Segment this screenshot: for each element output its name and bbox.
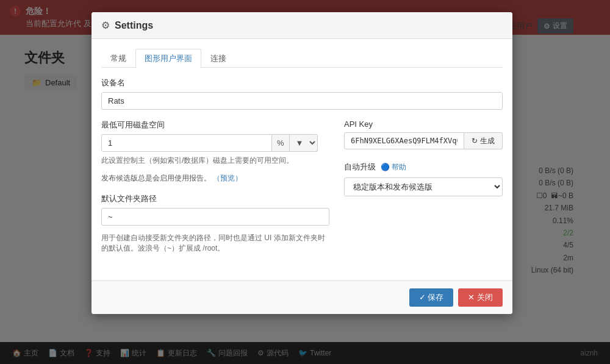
device-name-label: 设备名 [101,77,503,88]
min-disk-input[interactable] [101,134,272,152]
api-key-group: ↻ 生成 [344,132,503,149]
refresh-icon: ↻ [472,137,478,145]
device-name-input[interactable] [101,92,503,110]
modal-gear-icon: ⚙ [101,20,110,31]
modal-header: ⚙ Settings [92,12,512,39]
help-link[interactable]: 🔵 帮助 [381,162,406,173]
preview-link[interactable]: （预览） [213,174,242,182]
settings-tabs: 常规 图形用户界面 连接 [101,49,503,68]
upgrade-select[interactable]: 稳定版本和发布候选版 [344,177,503,196]
min-disk-desc: 此设置控制主（例如索引/数据库）磁盘上需要的可用空间。 [101,155,329,166]
left-col: 最低可用磁盘空间 % ▼ 此设置控制主（例如索引/数据库）磁盘上需要的可用空间。… [101,120,329,261]
default-folder-label: 默认文件夹路径 [101,193,329,204]
modal-footer: ✓ 保存 ✕ 关闭 [92,280,512,314]
default-folder-desc: 用于创建自动接受新文件夹的路径，同时也是通过 UI 添加新文件夹时的默认值。波浪… [101,233,329,254]
publish-desc: 发布候选版总是会启用使用报告。 （预览） [101,173,329,184]
tab-general[interactable]: 常规 [101,49,135,68]
api-key-input[interactable] [344,132,464,149]
auto-upgrade-label: 自动升级 [344,162,376,173]
min-disk-group: % ▼ [101,134,329,152]
default-folder-input[interactable] [101,208,329,226]
modal-body: 常规 图形用户界面 连接 设备名 最低可用磁盘空间 % ▼ 此设置控制主（例如索… [92,39,512,280]
settings-modal: ⚙ Settings 常规 图形用户界面 连接 设备名 最低可用磁盘空间 % ▼ [92,12,512,314]
auto-upgrade-section: 自动升级 🔵 帮助 稳定版本和发布候选版 [344,162,503,196]
tab-gui[interactable]: 图形用户界面 [135,49,201,68]
right-col: API Key ↻ 生成 自动升级 🔵 帮助 [344,120,503,261]
percent-addon: % [272,134,290,152]
modal-title: Settings [115,20,153,31]
auto-upgrade-row: 自动升级 🔵 帮助 [344,162,503,173]
api-key-label: API Key [344,120,503,129]
min-disk-label: 最低可用磁盘空间 [101,120,329,130]
save-button[interactable]: ✓ 保存 [409,288,454,307]
help-icon: 🔵 [381,163,390,171]
generate-button[interactable]: ↻ 生成 [464,132,503,149]
tab-connection[interactable]: 连接 [201,49,235,68]
close-modal-button[interactable]: ✕ 关闭 [458,288,503,307]
form-two-col: 最低可用磁盘空间 % ▼ 此设置控制主（例如索引/数据库）磁盘上需要的可用空间。… [101,120,503,261]
disk-unit-select[interactable]: ▼ [290,134,318,152]
